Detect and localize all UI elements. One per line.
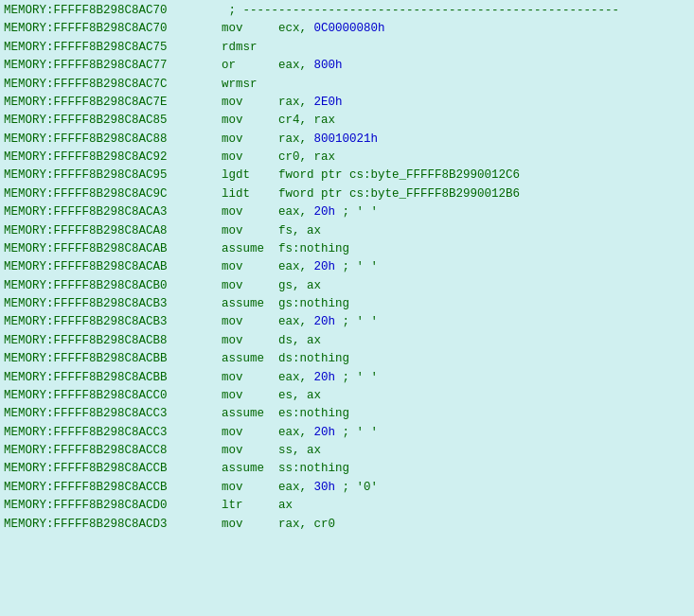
mnemonic: mov — [222, 222, 278, 240]
mnemonic: mov — [222, 516, 278, 534]
operand: eax, 20h — [278, 313, 335, 331]
mnemonic: mov — [222, 479, 278, 497]
mnemonic: assume — [222, 350, 278, 368]
operand: eax, 20h — [278, 369, 335, 387]
disasm-line: MEMORY:FFFFF8B298C8ACBB mov eax, 20h ; '… — [4, 369, 690, 387]
disasm-line: MEMORY:FFFFF8B298C8ACB8 mov ds, ax — [4, 332, 690, 350]
mnemonic: mov — [222, 258, 278, 276]
address: MEMORY:FFFFF8B298C8AC70 — [4, 20, 222, 38]
address: MEMORY:FFFFF8B298C8ACB8 — [4, 332, 222, 350]
disasm-line: MEMORY:FFFFF8B298C8ACB3 mov eax, 20h ; '… — [4, 313, 690, 331]
operand: eax, 20h — [278, 203, 335, 221]
address: MEMORY:FFFFF8B298C8ACD3 — [4, 516, 222, 534]
disasm-line: MEMORY:FFFFF8B298C8ACC0 mov es, ax — [4, 387, 690, 405]
disasm-line: MEMORY:FFFFF8B298C8ACC8 mov ss, ax — [4, 442, 690, 460]
disasm-line: MEMORY:FFFFF8B298C8ACAB assume fs:nothin… — [4, 240, 690, 258]
address: MEMORY:FFFFF8B298C8ACA8 — [4, 222, 222, 240]
number: 20h — [314, 205, 336, 219]
operand: eax, 30h — [278, 479, 335, 497]
mnemonic: lgdt — [222, 167, 278, 185]
disasm-line: MEMORY:FFFFF8B298C8ACC3 mov eax, 20h ; '… — [4, 424, 690, 442]
mnemonic: ltr — [222, 497, 278, 515]
mnemonic: wrmsr — [222, 76, 278, 94]
disasm-line: MEMORY:FFFFF8B298C8AC70 mov ecx, 0C00000… — [4, 20, 690, 38]
mnemonic: assume — [222, 295, 278, 313]
comment: ; ' ' — [335, 258, 378, 276]
disasm-line: MEMORY:FFFFF8B298C8AC7E mov rax, 2E0h — [4, 94, 690, 112]
address: MEMORY:FFFFF8B298C8ACC0 — [4, 387, 222, 405]
disasm-line: MEMORY:FFFFF8B298C8ACD3 mov rax, cr0 — [4, 516, 690, 534]
disasm-line: MEMORY:FFFFF8B298C8ACD0 ltr ax — [4, 497, 690, 515]
mnemonic: mov — [222, 424, 278, 442]
operand: rax, 2E0h — [278, 94, 343, 112]
comment: ; ' ' — [335, 424, 378, 442]
mnemonic: mov — [222, 112, 278, 130]
operand: rax, cr0 — [278, 516, 335, 534]
disasm-line: MEMORY:FFFFF8B298C8ACB3 assume gs:nothin… — [4, 295, 690, 313]
operand: ds:nothing — [278, 350, 349, 368]
address: MEMORY:FFFFF8B298C8ACCB — [4, 460, 222, 478]
address: MEMORY:FFFFF8B298C8AC88 — [4, 131, 222, 149]
disasm-line: MEMORY:FFFFF8B298C8AC85 mov cr4, rax — [4, 112, 690, 130]
address: MEMORY:FFFFF8B298C8ACAB — [4, 258, 222, 276]
operand: es, ax — [278, 387, 321, 405]
address: MEMORY:FFFFF8B298C8AC95 — [4, 167, 222, 185]
mnemonic: mov — [222, 442, 278, 460]
comment: ; ' ' — [335, 313, 378, 331]
number: 30h — [314, 481, 336, 494]
operand: ds, ax — [278, 332, 321, 350]
mnemonic: mov — [222, 131, 278, 149]
number: 80010021h — [314, 132, 379, 146]
mnemonic: mov — [222, 387, 278, 405]
operand: fword ptr cs:byte_FFFFF8B2990012B6 — [278, 185, 520, 203]
address: MEMORY:FFFFF8B298C8ACAB — [4, 240, 222, 258]
mnemonic: mov — [222, 369, 278, 387]
disasm-line: MEMORY:FFFFF8B298C8ACC3 assume es:nothin… — [4, 405, 690, 423]
operand: gs:nothing — [278, 295, 349, 313]
address: MEMORY:FFFFF8B298C8ACC3 — [4, 405, 222, 423]
disasm-line: MEMORY:FFFFF8B298C8AC95 lgdt fword ptr c… — [4, 167, 690, 185]
address: MEMORY:FFFFF8B298C8ACB0 — [4, 277, 222, 295]
number: 2E0h — [314, 96, 343, 109]
disasm-line: MEMORY:FFFFF8B298C8AC92 mov cr0, rax — [4, 149, 690, 167]
operand: cr4, rax — [278, 112, 335, 130]
operand: eax, 20h — [278, 258, 335, 276]
mnemonic: mov — [222, 94, 278, 112]
operand: fs, ax — [278, 222, 321, 240]
operand: rax, 80010021h — [278, 131, 378, 149]
address: MEMORY:FFFFF8B298C8ACCB — [4, 479, 222, 497]
operand: eax, 800h — [278, 57, 343, 75]
operand: fword ptr cs:byte_FFFFF8B2990012C6 — [278, 167, 520, 185]
separator: ; --------------------------------------… — [222, 2, 619, 20]
operand: ss:nothing — [278, 460, 349, 478]
operand: es:nothing — [278, 405, 349, 423]
mnemonic: or — [222, 57, 278, 75]
mnemonic: mov — [222, 313, 278, 331]
address: MEMORY:FFFFF8B298C8AC92 — [4, 149, 222, 167]
address: MEMORY:FFFFF8B298C8AC7E — [4, 94, 222, 112]
disasm-line: MEMORY:FFFFF8B298C8ACB0 mov gs, ax — [4, 277, 690, 295]
number: 20h — [314, 426, 336, 439]
disasm-line: MEMORY:FFFFF8B298C8AC88 mov rax, 8001002… — [4, 131, 690, 149]
operand: fs:nothing — [278, 240, 349, 258]
address: MEMORY:FFFFF8B298C8ACC3 — [4, 424, 222, 442]
address: MEMORY:FFFFF8B298C8AC85 — [4, 112, 222, 130]
disasm-line: MEMORY:FFFFF8B298C8AC7C wrmsr — [4, 76, 690, 94]
disasm-line: MEMORY:FFFFF8B298C8AC9C lidt fword ptr c… — [4, 185, 690, 203]
mnemonic: rdmsr — [222, 39, 278, 57]
number: 20h — [314, 260, 336, 273]
mnemonic: lidt — [222, 185, 278, 203]
operand: ecx, 0C0000080h — [278, 20, 385, 38]
disasm-line: MEMORY:FFFFF8B298C8ACCB mov eax, 30h ; '… — [4, 479, 690, 497]
mnemonic: assume — [222, 405, 278, 423]
disasm-line: MEMORY:FFFFF8B298C8AC77 or eax, 800h — [4, 57, 690, 75]
number: 0C0000080h — [314, 22, 385, 35]
disasm-line: MEMORY:FFFFF8B298C8AC70 ; --------------… — [4, 2, 690, 20]
disasm-line: MEMORY:FFFFF8B298C8ACAB mov eax, 20h ; '… — [4, 258, 690, 276]
disasm-line: MEMORY:FFFFF8B298C8ACA8 mov fs, ax — [4, 222, 690, 240]
address: MEMORY:FFFFF8B298C8ACA3 — [4, 203, 222, 221]
comment: ; ' ' — [335, 203, 378, 221]
address: MEMORY:FFFFF8B298C8ACBB — [4, 369, 222, 387]
number: 20h — [314, 315, 336, 328]
address: MEMORY:FFFFF8B298C8ACBB — [4, 350, 222, 368]
